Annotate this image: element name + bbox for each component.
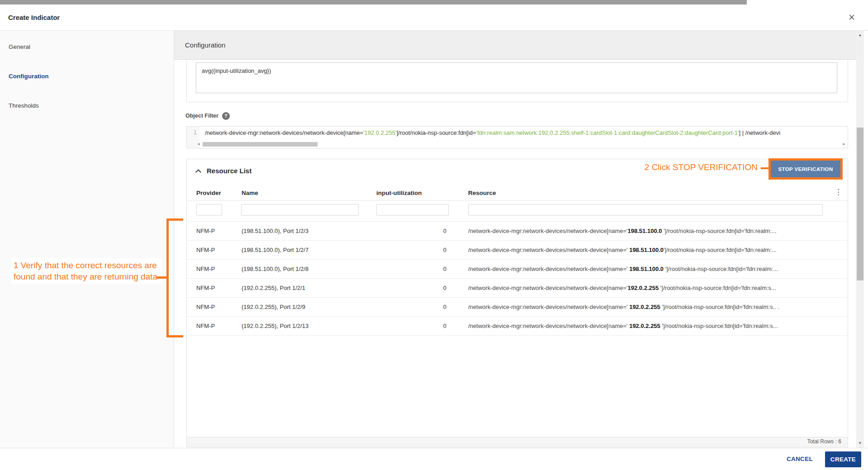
- section-header: Configuration: [174, 31, 856, 60]
- cell-resource: /network-device-mgr:network-devices/netw…: [468, 279, 830, 298]
- resource-list-panel: Resource List 2 Click STOP VERIFICATION …: [186, 159, 848, 447]
- cell-name: (198.51.100.0), Port 1/2/3: [242, 222, 308, 241]
- vertical-scrollbar-thumb[interactable]: [857, 128, 863, 280]
- scroll-up-icon[interactable]: ▲: [856, 33, 864, 38]
- object-filter-code: /network-device-mgr:network-devices/netw…: [205, 129, 847, 136]
- cell-input-utilization: 0: [376, 260, 446, 279]
- scroll-right-icon[interactable]: ►: [842, 142, 846, 147]
- screen: Create Indicator ✕ General Configuration…: [0, 0, 868, 470]
- table-filter-row: [187, 201, 848, 221]
- dialog-footer: CANCEL CREATE: [0, 448, 868, 470]
- annotation-bracket-connector: [157, 276, 166, 279]
- annotation-bracket-vertical: [166, 218, 169, 337]
- cell-resource: /network-device-mgr:network-devices/netw…: [468, 222, 830, 241]
- vertical-scrollbar: ▲ ▼: [856, 31, 864, 448]
- table-row[interactable]: NFM-P (198.51.100.0), Port 1/2/3 0 /netw…: [187, 222, 848, 241]
- resource-filter-input[interactable]: [468, 204, 823, 216]
- table-header-row: Provider Name input-utilization Resource…: [187, 186, 848, 201]
- stop-verification-highlight: STOP VERIFICATION: [768, 158, 843, 180]
- help-icon[interactable]: ?: [222, 112, 230, 120]
- table-row[interactable]: NFM-P (198.51.100.0), Port 1/2/8 0 /netw…: [187, 260, 848, 279]
- cell-resource: /network-device-mgr:network-devices/netw…: [468, 317, 830, 336]
- close-icon[interactable]: ✕: [846, 12, 857, 23]
- browser-chrome-strip: [0, 0, 747, 5]
- chevron-up-icon[interactable]: [195, 169, 201, 175]
- cell-resource: /network-device-mgr:network-devices/netw…: [468, 241, 830, 260]
- formula-editor[interactable]: avg({input-utilization_avg}): [196, 62, 837, 93]
- object-filter-label: Object Filter: [185, 113, 218, 119]
- cell-resource: /network-device-mgr:network-devices/netw…: [468, 298, 830, 317]
- column-header-resource: Resource: [468, 190, 496, 196]
- cell-input-utilization: 0: [376, 317, 446, 336]
- cell-input-utilization: 0: [376, 241, 446, 260]
- annotation-step2-connector: [761, 167, 768, 169]
- cell-resource: /network-device-mgr:network-devices/netw…: [468, 260, 830, 279]
- annotation-step2: 2 Click STOP VERIFICATION: [642, 161, 760, 173]
- section-title: Configuration: [185, 31, 225, 60]
- annotation-bracket-bottom-tick: [166, 335, 183, 337]
- cell-provider: NFM-P: [196, 279, 215, 298]
- code-text: /network-device-mgr:network-devices/netw…: [205, 129, 363, 136]
- resource-list-title: Resource List: [207, 167, 251, 175]
- horizontal-scrollbar: ◄ ►: [199, 142, 846, 147]
- cell-name: (192.0.2.255), Port 1/2/9: [242, 298, 305, 317]
- table-row[interactable]: NFM-P (192.0.2.255), Port 1/2/13 0 /netw…: [187, 317, 848, 336]
- cell-provider: NFM-P: [196, 222, 215, 241]
- column-header-name: Name: [242, 190, 258, 196]
- annotation-step1: 1 Verify that the correct resources are …: [11, 258, 162, 284]
- total-rows-label: Total Rows : 6: [807, 438, 841, 445]
- cell-provider: NFM-P: [196, 260, 215, 279]
- name-filter-input[interactable]: [241, 204, 359, 216]
- sidebar-item-thresholds[interactable]: Thresholds: [9, 102, 39, 111]
- create-button[interactable]: CREATE: [825, 451, 861, 467]
- object-filter-label-row: Object Filter ?: [185, 111, 230, 120]
- provider-filter-input[interactable]: [196, 204, 222, 216]
- cancel-button[interactable]: CANCEL: [787, 448, 813, 470]
- code-text: ] | /network-devi: [739, 129, 781, 136]
- dialog-sidebar: General Configuration Thresholds: [0, 31, 174, 448]
- table-row[interactable]: NFM-P (198.51.100.0), Port 1/2/7 0 /netw…: [187, 241, 848, 260]
- cell-provider: NFM-P: [196, 317, 215, 336]
- code-text: ]/root/nokia-nsp-source:fdn[id=: [397, 129, 476, 136]
- code-string: 'fdn:realm:sam:network:192.0.2.255:shelf…: [476, 129, 739, 136]
- dialog-header: Create Indicator ✕: [0, 5, 868, 31]
- cell-name: (192.0.2.255), Port 1/2/1: [242, 279, 305, 298]
- object-filter-editor[interactable]: 1 /network-device-mgr:network-devices/ne…: [186, 126, 848, 148]
- sidebar-item-configuration[interactable]: Configuration: [9, 73, 48, 82]
- table-footer: Total Rows : 6: [187, 437, 848, 447]
- dialog-title: Create Indicator: [8, 5, 60, 31]
- table-menu-kebab-icon[interactable]: ⋮: [835, 187, 842, 197]
- table-body: NFM-P (198.51.100.0), Port 1/2/3 0 /netw…: [187, 221, 848, 336]
- cell-provider: NFM-P: [196, 298, 215, 317]
- scroll-left-icon[interactable]: ◄: [197, 142, 200, 147]
- table-row[interactable]: NFM-P (192.0.2.255), Port 1/2/1 0 /netwo…: [187, 279, 848, 298]
- cell-input-utilization: 0: [376, 298, 446, 317]
- column-header-provider: Provider: [196, 190, 221, 196]
- cell-input-utilization: 0: [376, 279, 446, 298]
- cell-provider: NFM-P: [196, 241, 215, 260]
- stop-verification-button[interactable]: STOP VERIFICATION: [771, 161, 840, 177]
- input-utilization-filter-input[interactable]: [376, 204, 449, 216]
- code-string: '192.0.2.255': [363, 129, 397, 136]
- column-header-input-utilization: input-utilization: [376, 190, 422, 196]
- cell-name: (198.51.100.0), Port 1/2/8: [242, 260, 308, 279]
- scroll-down-icon[interactable]: ▼: [856, 441, 864, 446]
- table-row[interactable]: NFM-P (192.0.2.255), Port 1/2/9 0 /netwo…: [187, 298, 848, 317]
- cell-name: (198.51.100.0), Port 1/2/7: [242, 241, 308, 260]
- annotation-bracket-top-tick: [166, 218, 183, 221]
- cell-name: (192.0.2.255), Port 1/2/13: [242, 317, 308, 336]
- horizontal-scrollbar-thumb[interactable]: [203, 142, 318, 147]
- sidebar-item-general[interactable]: General: [9, 43, 30, 52]
- cell-input-utilization: 0: [376, 222, 446, 241]
